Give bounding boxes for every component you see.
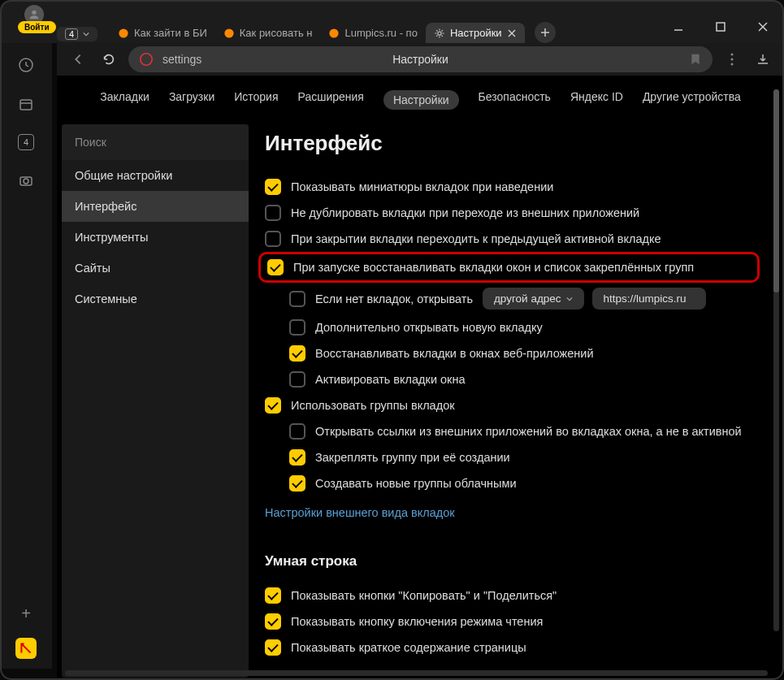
setting-label: Показывать кнопку включения режима чтени…	[291, 615, 543, 628]
bookmark-icon[interactable]	[690, 54, 701, 65]
setting-row: Открывать ссылки из внешних приложений в…	[289, 418, 760, 444]
checkbox[interactable]	[289, 475, 305, 492]
setting-label: Показывать краткое содержание страницы	[291, 641, 526, 654]
url-input[interactable]: https://lumpics.ru	[592, 288, 706, 310]
svg-point-15	[731, 58, 734, 61]
new-tab-button[interactable]	[535, 22, 556, 43]
setting-label: Создавать новые группы облачными	[315, 477, 517, 490]
address-text: settings	[162, 53, 201, 66]
nav-tab[interactable]: Безопасность	[479, 90, 551, 110]
setting-label: Показывать кнопки "Копировать" и "Подели…	[291, 589, 557, 602]
tabs-counter-button[interactable]: 4	[57, 27, 97, 41]
checkbox[interactable]	[289, 345, 305, 362]
setting-row: Не дублировать вкладки при переходе из в…	[265, 200, 760, 226]
browser-tab[interactable]: Как рисовать н	[215, 23, 321, 43]
minimize-button[interactable]	[672, 20, 685, 33]
checkbox[interactable]	[265, 397, 281, 414]
menu-button[interactable]	[721, 53, 743, 66]
svg-point-1	[119, 28, 128, 37]
setting-row: При запуске восстанавливать вкладки окон…	[258, 252, 760, 283]
history-icon[interactable]	[17, 56, 35, 74]
setting-row: Показывать кнопку включения режима чтени…	[265, 609, 760, 635]
nav-tab[interactable]: История	[234, 90, 278, 110]
page-title: Настройки	[392, 53, 448, 66]
setting-row: Если нет вкладок, открыватьдругой адрес …	[289, 283, 760, 314]
checkbox[interactable]	[265, 179, 281, 195]
setting-label: Если нет вкладок, открывать	[315, 292, 473, 305]
add-panel-button[interactable]: +	[21, 604, 31, 623]
checkbox[interactable]	[289, 291, 305, 307]
setting-label: Активировать вкладки окна	[315, 373, 466, 386]
setting-label: Не дублировать вкладки при переходе из в…	[291, 206, 639, 219]
checkbox[interactable]	[265, 613, 281, 630]
tabs-counter-value: 4	[65, 28, 78, 40]
tab-label: Как зайти в БИ	[134, 27, 207, 39]
checkbox[interactable]	[265, 587, 281, 604]
section-title: Интерфейс	[265, 131, 760, 156]
back-button[interactable]	[67, 48, 89, 71]
checkbox[interactable]	[289, 371, 305, 388]
sidebar-item[interactable]: Инструменты	[62, 222, 249, 253]
scrollbar-vertical[interactable]	[773, 89, 779, 631]
sidebar-item[interactable]: Интерфейс	[62, 191, 249, 222]
sub-section-title: Умная строка	[265, 553, 760, 570]
download-button[interactable]	[752, 53, 774, 66]
screenshot-icon[interactable]	[17, 171, 35, 189]
sidebar-item[interactable]: Сайты	[62, 253, 249, 284]
sidebar-item[interactable]: Общие настройки	[62, 160, 249, 191]
tab-count-icon[interactable]: 4	[18, 134, 34, 150]
checkbox[interactable]	[289, 449, 305, 466]
maximize-button[interactable]	[714, 20, 727, 33]
login-button[interactable]: Войти	[18, 21, 56, 33]
setting-label: Использовать группы вкладок	[291, 399, 455, 412]
setting-row: Показывать кнопки "Копировать" и "Подели…	[265, 583, 760, 609]
svg-point-0	[32, 11, 36, 15]
setting-row: Активировать вкладки окна	[289, 366, 760, 392]
select-dropdown[interactable]: другой адрес	[483, 288, 584, 310]
close-button[interactable]	[756, 20, 769, 33]
setting-label: При запуске восстанавливать вкладки окон…	[293, 261, 694, 274]
svg-point-16	[731, 63, 734, 66]
checkbox[interactable]	[265, 231, 281, 247]
svg-point-3	[330, 28, 339, 37]
svg-rect-10	[717, 23, 725, 31]
reload-button[interactable]	[97, 48, 120, 71]
tab-label: Настройки	[450, 27, 502, 39]
nav-tab[interactable]: Настройки	[383, 90, 459, 110]
checkbox[interactable]	[265, 639, 281, 656]
browser-tab[interactable]: Настройки	[426, 23, 525, 43]
close-tab-icon[interactable]	[507, 28, 517, 38]
setting-label: Дополнительно открывать новую вкладку	[315, 321, 543, 334]
setting-label: Показывать миниатюры вкладок при наведен…	[291, 180, 553, 193]
browser-tab[interactable]: Lumpics.ru - по	[320, 23, 425, 43]
yandex-icon	[140, 53, 153, 66]
setting-row: Показывать краткое содержание страницы	[265, 635, 760, 661]
checkbox[interactable]	[289, 319, 305, 336]
appearance-link[interactable]: Настройки внешнего вида вкладок	[265, 496, 760, 529]
nav-tab[interactable]: Другие устройства	[643, 90, 741, 110]
setting-label: При закрытии вкладки переходить к предыд…	[291, 232, 661, 245]
checkbox[interactable]	[289, 423, 305, 440]
browser-tab[interactable]: Как зайти в БИ	[110, 23, 215, 43]
yandex-app-icon[interactable]	[15, 638, 37, 659]
setting-row: Дополнительно открывать новую вкладку	[289, 314, 760, 340]
nav-tab[interactable]: Расширения	[298, 90, 364, 110]
setting-label: Восстанавливать вкладки в окнах веб-прил…	[315, 347, 594, 360]
scrollbar-horizontal[interactable]	[65, 670, 768, 676]
nav-tab[interactable]: Закладки	[100, 90, 149, 110]
checkbox[interactable]	[267, 259, 284, 275]
collections-icon[interactable]	[17, 95, 35, 113]
setting-row: Закреплять группу при её создании	[289, 444, 760, 470]
setting-row: При закрытии вкладки переходить к предыд…	[265, 226, 760, 252]
sidebar-item[interactable]: Системные	[62, 284, 249, 314]
nav-tab[interactable]: Загрузки	[169, 90, 214, 110]
checkbox[interactable]	[265, 205, 281, 221]
search-input[interactable]: Поиск	[62, 124, 249, 160]
setting-row: Создавать новые группы облачными	[289, 470, 760, 496]
svg-point-2	[224, 28, 233, 37]
tab-label: Как рисовать н	[240, 27, 313, 39]
setting-row: Показывать миниатюры вкладок при наведен…	[265, 174, 760, 200]
address-bar[interactable]: settings Настройки	[128, 46, 713, 72]
nav-tab[interactable]: Яндекс ID	[570, 90, 623, 110]
svg-point-13	[141, 54, 152, 65]
